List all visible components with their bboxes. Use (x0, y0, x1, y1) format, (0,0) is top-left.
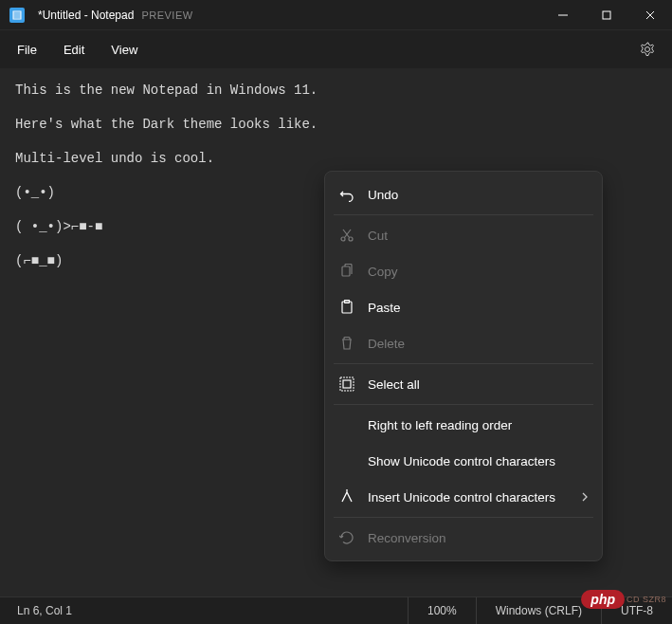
ctx-rtl[interactable]: Right to left reading order (330, 407, 597, 443)
separator (334, 214, 593, 215)
svg-point-8 (341, 237, 345, 241)
watermark-suffix: CD SZR8 (627, 595, 666, 604)
statusbar: Ln 6, Col 1 100% Windows (CRLF) UTF-8 (0, 596, 672, 624)
undo-icon (337, 185, 356, 204)
ctx-label: Copy (368, 265, 398, 279)
ctx-reconversion: Reconversion (330, 520, 597, 556)
separator (334, 363, 593, 364)
watermark-brand: php (581, 590, 625, 609)
minimize-button[interactable] (541, 0, 585, 29)
ctx-cut: Cut (330, 217, 597, 253)
maximize-button[interactable] (585, 0, 628, 29)
paste-icon (337, 298, 356, 317)
ctx-label: Delete (368, 337, 405, 351)
close-button[interactable] (628, 0, 672, 29)
cut-icon (337, 226, 356, 245)
watermark: php CD SZR8 (581, 590, 666, 609)
ctx-label: Show Unicode control characters (368, 454, 555, 468)
ctx-delete: Delete (330, 325, 597, 361)
ctx-label: Cut (368, 229, 388, 243)
separator (334, 404, 593, 405)
select-all-icon (337, 375, 356, 394)
ctx-label: Right to left reading order (368, 418, 512, 432)
ctx-copy: Copy (330, 253, 597, 289)
ctx-show-unicode[interactable]: Show Unicode control characters (330, 443, 597, 479)
app-icon (9, 8, 25, 23)
menu-view[interactable]: View (98, 37, 151, 63)
ctx-insert-unicode[interactable]: Insert Unicode control characters (330, 479, 597, 515)
svg-point-9 (349, 237, 353, 241)
copy-icon (337, 262, 356, 281)
insert-unicode-icon (337, 487, 356, 506)
svg-line-10 (345, 229, 352, 238)
reconversion-icon (337, 528, 356, 547)
separator (334, 517, 593, 518)
ctx-label: Paste (368, 301, 401, 315)
svg-rect-15 (340, 377, 354, 391)
window-controls (541, 0, 672, 29)
ctx-select-all[interactable]: Select all (330, 366, 597, 402)
ctx-label: Insert Unicode control characters (368, 490, 555, 505)
gear-icon (640, 42, 655, 57)
svg-line-11 (343, 229, 350, 238)
menu-edit[interactable]: Edit (50, 37, 98, 63)
delete-icon (337, 334, 356, 353)
preview-badge: PREVIEW (141, 9, 192, 21)
status-position: Ln 6, Col 1 (0, 604, 408, 617)
window-title: *Untitled - Notepad (38, 9, 134, 22)
ctx-label: Reconversion (368, 531, 446, 545)
context-menu: Undo Cut Copy Paste Delete Select all Ri… (324, 171, 603, 561)
menubar: File Edit View (0, 30, 672, 68)
ctx-paste[interactable]: Paste (330, 289, 597, 325)
status-zoom[interactable]: 100% (408, 597, 476, 624)
ctx-undo[interactable]: Undo (330, 176, 597, 212)
svg-rect-12 (342, 266, 350, 276)
titlebar: *Untitled - Notepad PREVIEW (0, 0, 672, 30)
svg-rect-5 (603, 11, 610, 19)
settings-button[interactable] (632, 34, 663, 64)
svg-rect-16 (343, 380, 351, 388)
ctx-label: Select all (368, 377, 420, 392)
menu-file[interactable]: File (9, 37, 50, 63)
chevron-right-icon (580, 490, 590, 505)
ctx-label: Undo (368, 188, 398, 202)
